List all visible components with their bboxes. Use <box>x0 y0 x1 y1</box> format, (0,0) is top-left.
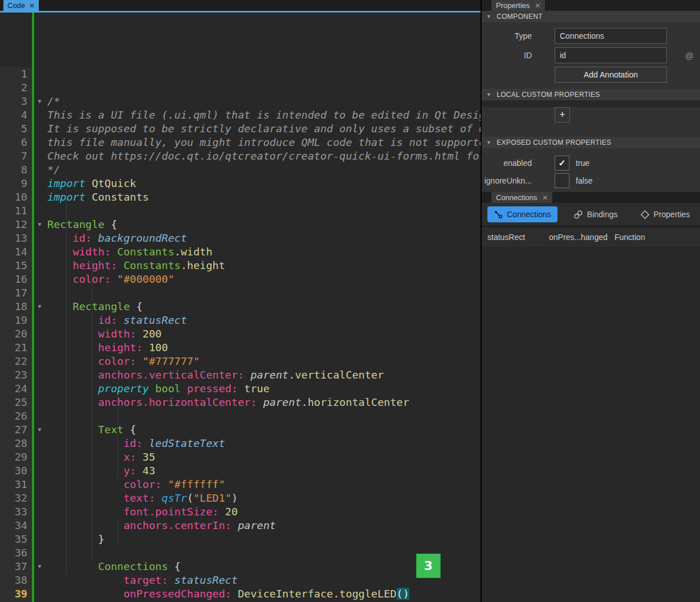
connection-signal[interactable]: onPres...hanged <box>549 233 614 242</box>
fold-arrow-icon[interactable]: ▾ <box>32 423 47 437</box>
code-line[interactable]: 27▾ Text { <box>0 423 481 437</box>
line-number[interactable]: 6 <box>0 136 32 149</box>
tab-properties[interactable]: Properties ✕ <box>491 0 545 11</box>
code-line[interactable]: 12▾Rectangle { <box>0 218 481 231</box>
line-number[interactable]: 14 <box>0 245 32 259</box>
line-number[interactable]: 20 <box>0 327 32 341</box>
line-number[interactable]: 18 <box>0 300 32 314</box>
line-number[interactable]: 10 <box>0 190 32 204</box>
close-icon[interactable]: ✕ <box>535 2 540 9</box>
line-number[interactable]: 4 <box>0 108 32 122</box>
code-line[interactable]: 1 <box>0 67 481 81</box>
line-number[interactable]: 16 <box>0 272 32 286</box>
line-number[interactable]: 36 <box>0 546 32 560</box>
code-line[interactable]: 9import QtQuick <box>0 177 481 190</box>
line-number[interactable]: 26 <box>0 409 32 423</box>
code-line[interactable]: 36 <box>0 546 481 560</box>
toolbar-tab-bindings[interactable]: Bindings <box>567 206 624 222</box>
code-line[interactable]: 22 color: "#777777" <box>0 355 481 368</box>
code-area[interactable]: 123▾/*4This is a UI file (.ui.qml) that … <box>0 13 481 602</box>
line-number[interactable]: 22 <box>0 355 32 368</box>
line-number[interactable]: 30 <box>0 464 32 478</box>
line-number[interactable]: 24 <box>0 382 32 396</box>
add-property-button[interactable]: + <box>555 107 570 123</box>
code-line[interactable]: 2 <box>0 81 481 95</box>
line-number[interactable]: 7 <box>0 149 32 163</box>
code-line[interactable]: 10import Constants <box>0 190 481 204</box>
checkbox[interactable]: ✓ <box>555 156 569 170</box>
line-number[interactable]: 2 <box>0 81 32 95</box>
line-number[interactable]: 25 <box>0 396 32 409</box>
line-number[interactable]: 23 <box>0 368 32 382</box>
code-line[interactable]: 25 anchors.horizontalCenter: parent.hori… <box>0 396 481 409</box>
line-number[interactable]: 17 <box>0 286 32 300</box>
line-number[interactable]: 31 <box>0 478 32 491</box>
fold-arrow-icon[interactable]: ▾ <box>32 560 47 573</box>
code-line[interactable]: 37▾ Connections { <box>0 560 481 573</box>
code-line[interactable]: 29 x: 35 <box>0 450 481 464</box>
code-line[interactable]: 6this file manually, you might introduce… <box>0 136 481 149</box>
code-line[interactable]: 30 y: 43 <box>0 464 481 478</box>
line-number[interactable]: 27 <box>0 423 32 437</box>
line-number[interactable]: 11 <box>0 204 32 218</box>
code-line[interactable]: 35 } <box>0 532 481 546</box>
toolbar-tab-properties[interactable]: Properties <box>634 206 697 222</box>
section-header-exposed-custom-properties[interactable]: ▼ EXPOSED CUSTOM PROPERTIES <box>482 137 700 148</box>
code-line[interactable]: 32 text: qsTr("LED1") <box>0 491 481 505</box>
line-number[interactable]: 3 <box>0 95 32 108</box>
id-field[interactable]: id <box>555 47 667 63</box>
code-line[interactable]: 23 anchors.verticalCenter: parent.vertic… <box>0 368 481 382</box>
close-icon[interactable]: ✕ <box>29 2 35 9</box>
code-line[interactable]: 14 width: Constants.width <box>0 245 481 259</box>
code-line[interactable]: 34 anchors.centerIn: parent <box>0 519 481 532</box>
section-header-component[interactable]: ▼ COMPONENT <box>482 11 700 22</box>
line-number[interactable]: 28 <box>0 437 32 450</box>
line-number[interactable]: 32 <box>0 491 32 505</box>
line-number[interactable]: 5 <box>0 122 32 136</box>
code-line[interactable]: 38 target: statusRect <box>0 573 481 587</box>
code-line[interactable]: 24 property bool pressed: true <box>0 382 481 396</box>
fold-arrow-icon[interactable]: ▾ <box>32 300 47 314</box>
add-annotation-button[interactable]: Add Annotation <box>555 67 667 83</box>
tab-connections[interactable]: Connections ✕ <box>491 192 552 203</box>
line-number[interactable]: 12 <box>0 218 32 231</box>
code-line[interactable]: 13 id: backgroundRect <box>0 231 481 245</box>
code-line[interactable]: 8*/ <box>0 163 481 177</box>
line-number[interactable]: 15 <box>0 259 32 272</box>
type-field[interactable]: Connections <box>555 28 667 44</box>
tab-code[interactable]: Code ✕ <box>3 0 39 11</box>
code-line[interactable]: 39 onPressedChanged: DeviceInterface.tog… <box>0 587 481 601</box>
code-line[interactable]: 18▾ Rectangle { <box>0 300 481 314</box>
code-line[interactable]: 19 id: statusRect <box>0 314 481 327</box>
code-line[interactable]: 3▾/* <box>0 95 481 108</box>
connection-target[interactable]: statusRect <box>487 233 549 242</box>
fold-arrow-icon[interactable]: ▾ <box>32 218 47 231</box>
code-line[interactable]: 5It is supposed to be strictly declarati… <box>0 122 481 136</box>
code-line[interactable]: 4This is a UI file (.ui.qml) that is int… <box>0 108 481 122</box>
code-line[interactable]: 20 width: 200 <box>0 327 481 341</box>
line-number[interactable]: 21 <box>0 341 32 355</box>
code-line[interactable]: 17 <box>0 286 481 300</box>
code-line[interactable]: 26 <box>0 409 481 423</box>
section-header-local-custom-properties[interactable]: ▼ LOCAL CUSTOM PROPERTIES <box>482 89 700 100</box>
code-line[interactable]: 21 height: 100 <box>0 341 481 355</box>
line-number[interactable]: 29 <box>0 450 32 464</box>
line-number[interactable]: 34 <box>0 519 32 532</box>
line-number[interactable]: 37 <box>0 560 32 573</box>
line-number[interactable]: 13 <box>0 231 32 245</box>
code-line[interactable]: 28 id: ledStateText <box>0 437 481 450</box>
close-icon[interactable]: ✕ <box>542 194 548 201</box>
connection-row[interactable]: statusRectonPres...hangedFunction <box>482 227 700 248</box>
connection-action[interactable]: Function <box>614 233 700 242</box>
line-number[interactable]: 38 <box>0 573 32 587</box>
annotation-at-icon[interactable]: @ <box>685 51 694 60</box>
line-number[interactable]: 33 <box>0 505 32 519</box>
line-number[interactable]: 19 <box>0 314 32 327</box>
line-number[interactable]: 1 <box>0 67 32 81</box>
code-line[interactable]: 15 height: Constants.height <box>0 259 481 272</box>
fold-arrow-icon[interactable]: ▾ <box>32 95 47 108</box>
checkbox[interactable] <box>555 173 569 188</box>
toolbar-tab-connections[interactable]: Connections <box>487 206 557 222</box>
code-line[interactable]: 33 font.pointSize: 20 <box>0 505 481 519</box>
code-line[interactable]: 7Check out https://doc.qt.io/qtcreator/c… <box>0 149 481 163</box>
